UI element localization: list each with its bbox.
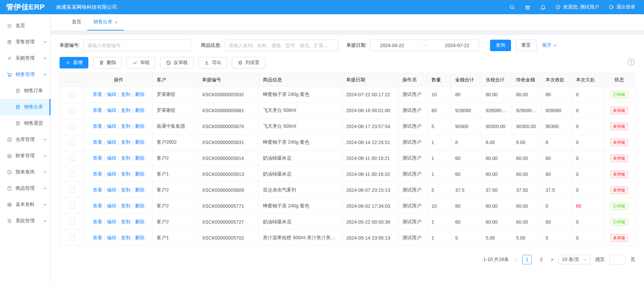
action-copy-link[interactable]: 复制	[121, 91, 130, 97]
bank-icon[interactable]	[525, 4, 531, 10]
row-checkbox[interactable]	[70, 124, 75, 129]
table-body: 查看|编辑|复制|删除 罗莱家纺 XSCK00000005932 蜂蜜柚子茶 2…	[60, 87, 635, 246]
action-delete-link[interactable]: 删除	[135, 139, 145, 145]
sidebar-item-report[interactable]: 报表查询	[0, 164, 50, 180]
row-checkbox[interactable]	[70, 188, 75, 193]
sidebar-item-home[interactable]: 首页	[0, 18, 50, 34]
approve-button[interactable]: 审核	[127, 57, 155, 68]
search-icon[interactable]	[509, 4, 515, 10]
action-delete-link[interactable]: 删除	[135, 123, 145, 129]
action-view-link[interactable]: 查看	[93, 155, 102, 161]
action-view-link[interactable]: 查看	[93, 107, 102, 113]
date-range-picker[interactable]: 2024-04-22 ~ 2024-07-22	[370, 40, 479, 51]
row-checkbox[interactable]	[70, 172, 75, 177]
action-edit-link[interactable]: 编辑	[107, 203, 116, 208]
row-checkbox[interactable]	[70, 108, 75, 113]
action-delete-link[interactable]: 删除	[135, 171, 145, 177]
next-page-button[interactable]: >	[551, 257, 553, 262]
sidebar-item-sales[interactable]: 销售管理	[0, 66, 50, 83]
product-info-input[interactable]	[225, 40, 338, 51]
sidebar-item-sales-order[interactable]: 销售订单	[0, 83, 50, 99]
help-icon[interactable]: ?	[628, 59, 635, 65]
welcome-user[interactable]: 欢迎您, 测试用户	[555, 4, 599, 10]
action-copy-link[interactable]: 复制	[121, 123, 130, 129]
action-copy-link[interactable]: 复制	[121, 139, 130, 145]
bell-icon[interactable]	[540, 4, 546, 10]
columns-button[interactable]: 列设置	[232, 57, 265, 68]
reset-button[interactable]: 重置	[516, 40, 537, 51]
action-delete-link[interactable]: 删除	[135, 219, 145, 224]
expand-link[interactable]: 展开	[542, 42, 557, 48]
action-copy-link[interactable]: 复制	[121, 187, 130, 192]
sidebar-item-finance[interactable]: 财务管理	[0, 148, 50, 164]
cell-status: 未审核	[603, 230, 635, 246]
action-view-link[interactable]: 查看	[93, 187, 102, 192]
order-no-input[interactable]	[83, 40, 191, 51]
action-edit-link[interactable]: 编辑	[107, 171, 116, 177]
tab-sales-outbound[interactable]: 销售出库×	[87, 14, 124, 30]
logout-button[interactable]: 退出登录	[608, 4, 635, 10]
action-copy-link[interactable]: 复制	[121, 171, 130, 177]
action-edit-link[interactable]: 编辑	[107, 123, 116, 129]
action-delete-link[interactable]: 删除	[135, 155, 145, 161]
action-copy-link[interactable]: 复制	[121, 203, 130, 208]
action-view-link[interactable]: 查看	[93, 171, 102, 177]
action-delete-link[interactable]: 删除	[135, 91, 145, 97]
action-edit-link[interactable]: 编辑	[107, 187, 116, 192]
sidebar-item-sales-return[interactable]: 销售退货	[0, 115, 50, 131]
jump-suffix: 页	[630, 257, 635, 263]
tab-home[interactable]: 首页	[66, 14, 87, 30]
row-checkbox[interactable]	[70, 220, 75, 225]
prev-page-button[interactable]: <	[515, 257, 517, 262]
export-button[interactable]: 导出	[198, 57, 227, 68]
cell-received: 60	[541, 150, 572, 166]
action-view-link[interactable]: 查看	[93, 139, 102, 145]
row-checkbox[interactable]	[70, 156, 75, 161]
action-edit-link[interactable]: 编辑	[107, 91, 116, 97]
cell-actions: 查看|编辑|复制|删除	[85, 182, 153, 198]
row-checkbox[interactable]	[70, 236, 75, 241]
search-button[interactable]: 查询	[490, 40, 511, 51]
action-delete-link[interactable]: 删除	[135, 203, 145, 208]
action-view-link[interactable]: 查看	[93, 203, 102, 208]
action-edit-link[interactable]: 编辑	[107, 139, 116, 145]
page-size-select[interactable]: 10 条/页	[558, 255, 591, 264]
action-edit-link[interactable]: 编辑	[107, 107, 116, 113]
sidebar-item-sales-outbound[interactable]: 销售出库	[0, 99, 50, 115]
unapprove-button[interactable]: 反审核	[160, 57, 194, 68]
chevron-down-icon	[43, 154, 47, 158]
page-number-1[interactable]: 1	[522, 255, 532, 264]
action-copy-link[interactable]: 复制	[121, 107, 130, 113]
status-badge: 未审核	[610, 107, 628, 114]
sidebar-item-warehouse[interactable]: 仓库管理	[0, 131, 50, 148]
add-button[interactable]: 新增	[60, 57, 88, 68]
action-edit-link[interactable]: 编辑	[107, 235, 116, 240]
action-view-link[interactable]: 查看	[93, 91, 102, 97]
sidebar-item-product[interactable]: 商品管理	[0, 180, 50, 197]
action-view-link[interactable]: 查看	[93, 123, 102, 129]
sidebar-item-purchase[interactable]: 采购管理	[0, 50, 50, 66]
sidebar-item-basicdata[interactable]: 基本资料	[0, 197, 50, 213]
action-copy-link[interactable]: 复制	[121, 155, 130, 161]
row-checkbox[interactable]	[70, 140, 75, 145]
row-checkbox[interactable]	[70, 92, 75, 97]
sidebar-item-retail[interactable]: 零售管理	[0, 34, 50, 50]
select-all-checkbox[interactable]	[70, 78, 75, 83]
action-view-link[interactable]: 查看	[93, 235, 102, 240]
col-header-date: 单据日期	[342, 73, 398, 87]
action-edit-link[interactable]: 编辑	[107, 155, 116, 161]
cell-checkbox	[60, 87, 85, 103]
action-delete-link[interactable]: 删除	[135, 107, 145, 113]
close-icon[interactable]: ×	[115, 19, 118, 25]
row-checkbox[interactable]	[70, 204, 75, 209]
action-delete-link[interactable]: 删除	[135, 187, 145, 192]
action-copy-link[interactable]: 复制	[121, 235, 130, 240]
action-copy-link[interactable]: 复制	[121, 219, 130, 224]
jump-page-input[interactable]	[609, 255, 626, 264]
delete-button[interactable]: 删除	[93, 57, 122, 68]
action-edit-link[interactable]: 编辑	[107, 219, 116, 224]
page-number-2[interactable]: 2	[536, 255, 546, 264]
action-delete-link[interactable]: 删除	[135, 235, 145, 240]
sidebar-item-system[interactable]: 系统管理	[0, 213, 50, 229]
action-view-link[interactable]: 查看	[93, 219, 102, 224]
